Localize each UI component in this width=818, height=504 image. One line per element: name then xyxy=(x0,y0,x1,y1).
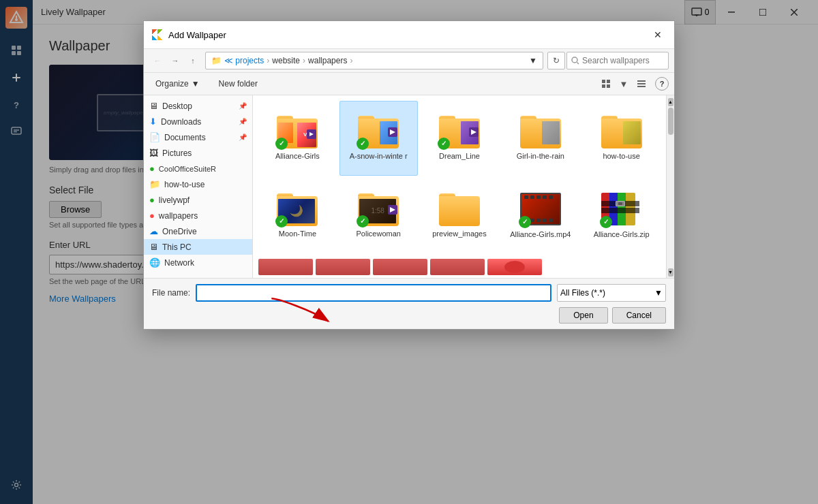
file-item-name: how-to-use xyxy=(603,151,639,161)
organize-chevron-icon: ▼ xyxy=(192,79,200,89)
open-button[interactable]: Open xyxy=(559,307,607,324)
help-button[interactable]: ? xyxy=(655,77,669,91)
svg-rect-26 xyxy=(602,84,605,88)
file-item-alliance-zip[interactable]: ✓ Alliance-Girls.zip xyxy=(582,178,661,253)
how-to-use-icon: 📁 xyxy=(149,179,160,189)
file-item-preview-images[interactable]: preview_images xyxy=(421,178,499,253)
view-chevron-button[interactable]: ▼ xyxy=(616,76,632,92)
check-badge-dream: ✓ xyxy=(438,138,450,150)
file-item-name: Alliance-Girls xyxy=(275,151,320,161)
nav-item-network[interactable]: 🌐 Network xyxy=(144,255,252,270)
view-details-button[interactable] xyxy=(633,76,650,92)
view-icon-button[interactable] xyxy=(598,76,614,92)
onedrive-icon: ☁ xyxy=(149,226,158,236)
dialog-actionbar: Organize ▼ New folder ▼ ? xyxy=(144,73,674,95)
file-item-name: Dream_Line xyxy=(439,151,480,161)
file-item-dream-line[interactable]: ✓ Dream_Line xyxy=(421,101,499,176)
scroll-up-arrow[interactable]: ▲ xyxy=(668,98,673,106)
file-item-alliance-girls[interactable]: VS ✓ Alliance-Girls xyxy=(258,101,337,176)
nav-item-pictures[interactable]: 🖼 Pictures xyxy=(144,145,252,161)
network-icon: 🌐 xyxy=(149,257,160,268)
dialog-footer: File name: All Files (*.*) ▼ Open Cancel xyxy=(144,278,674,329)
file-item-name: Policewoman xyxy=(356,229,400,238)
livelywpf-icon: ● xyxy=(149,195,155,205)
vs-badge-alliance xyxy=(307,129,316,139)
partial-item-3 xyxy=(373,259,427,275)
nav-item-documents[interactable]: 📄 Documents 📌 xyxy=(144,129,252,145)
scrollbar[interactable]: ▲ ▼ xyxy=(666,95,674,278)
partial-item-2 xyxy=(316,259,370,275)
breadcrumb-chevron[interactable]: ▼ xyxy=(529,56,537,65)
forward-button[interactable]: → xyxy=(167,52,183,69)
vs-badge-policewoman xyxy=(388,205,397,217)
breadcrumb-bar[interactable]: 📁 ≪ projects › website › wallpapers › ▼ xyxy=(205,52,543,69)
windows-logo-icon xyxy=(152,29,163,40)
dialog-close-button[interactable]: ✕ xyxy=(650,27,666,43)
file-item-moon-time[interactable]: 🌙 ✓ Moon-Time xyxy=(258,178,337,253)
up-button[interactable]: ↑ xyxy=(185,52,201,69)
nav-item-this-pc[interactable]: 🖥 This PC xyxy=(144,239,252,255)
file-grid: VS ✓ Alliance-Girls xyxy=(253,95,666,259)
search-input[interactable] xyxy=(582,56,664,65)
nav-item-downloads[interactable]: ⬇ Downloads 📌 xyxy=(144,114,252,129)
downloads-icon: ⬇ xyxy=(149,116,157,127)
svg-rect-24 xyxy=(602,80,605,83)
file-item-policewoman[interactable]: 1:58 ✓ Policewoman xyxy=(339,178,418,253)
coolofficeSuite-icon: ● xyxy=(149,163,155,174)
search-box xyxy=(566,52,669,69)
refresh-button[interactable]: ↻ xyxy=(547,52,565,69)
svg-point-22 xyxy=(572,57,577,63)
nav-item-onedrive[interactable]: ☁ OneDrive xyxy=(144,223,252,239)
desktop-icon: 🖥 xyxy=(149,101,158,111)
file-item-name: preview_images xyxy=(432,229,486,238)
file-item-name: Moon-Time xyxy=(279,229,316,238)
vs-badge-dream xyxy=(469,127,479,139)
partial-item-4 xyxy=(430,259,485,275)
file-item-alliance-mp4[interactable]: ▶ ✓ Alliance-Girls.mp4 xyxy=(501,178,579,253)
file-item-snow[interactable]: ✓ A-snow-in-winte r xyxy=(339,101,418,176)
cancel-button[interactable]: Cancel xyxy=(612,307,666,324)
scroll-down-arrow[interactable]: ▼ xyxy=(668,268,673,277)
svg-line-23 xyxy=(577,63,579,65)
svg-marker-31 xyxy=(309,132,314,136)
vs-badge-snow xyxy=(388,127,397,139)
wallpapers-icon: ● xyxy=(149,210,155,221)
search-icon xyxy=(571,57,579,65)
nav-item-how-to-use[interactable]: 📁 how-to-use xyxy=(144,176,252,192)
dialog-toolbar: ← → ↑ 📁 ≪ projects › website › wallpaper… xyxy=(144,49,674,73)
filetype-label: All Files (*.*) xyxy=(560,288,605,298)
svg-rect-27 xyxy=(607,84,610,88)
main-content: Lively Wallpaper 0 Wallpaper empty_wallp… xyxy=(33,0,818,504)
organize-button[interactable]: Organize ▼ xyxy=(149,76,206,91)
file-item-name: A-snow-in-winte r xyxy=(350,151,408,161)
breadcrumb-website: website xyxy=(272,56,300,65)
file-item-girl-rain[interactable]: Girl-in-the-rain xyxy=(501,101,579,176)
dialog-titlebar: Add Wallpaper ✕ xyxy=(144,21,674,49)
check-badge-snow: ✓ xyxy=(357,138,369,150)
new-folder-button[interactable]: New folder xyxy=(211,76,265,91)
documents-icon: 📄 xyxy=(149,132,160,142)
svg-rect-29 xyxy=(637,83,646,84)
nav-item-livelywpf[interactable]: ● livelywpf xyxy=(144,192,252,208)
svg-rect-25 xyxy=(607,80,610,83)
check-badge-policewoman: ✓ xyxy=(357,215,369,227)
dialog-body: 🖥 Desktop 📌 ⬇ Downloads 📌 📄 Documents 📌 xyxy=(144,95,674,278)
filename-label: File name: xyxy=(152,288,190,298)
dialog-title: Add Wallpaper xyxy=(168,30,650,40)
nav-item-desktop[interactable]: 🖥 Desktop 📌 xyxy=(144,98,252,114)
file-item-how-to-use[interactable]: how-to-use xyxy=(582,101,661,176)
breadcrumb: ≪ projects xyxy=(224,56,264,65)
breadcrumb-icon: 📁 xyxy=(211,56,222,65)
filetype-select[interactable]: All Files (*.*) ▼ xyxy=(557,284,666,302)
filename-input[interactable] xyxy=(196,284,551,302)
file-item-name: Alliance-Girls.mp4 xyxy=(510,230,571,239)
nav-item-wallpapers[interactable]: ● wallpapers xyxy=(144,208,252,223)
partial-item-1 xyxy=(258,259,313,275)
back-button[interactable]: ← xyxy=(149,52,166,69)
scrollbar-thumb[interactable] xyxy=(668,108,673,135)
nav-pane: 🖥 Desktop 📌 ⬇ Downloads 📌 📄 Documents 📌 xyxy=(144,95,253,278)
check-badge-zip: ✓ xyxy=(600,216,612,228)
add-wallpaper-dialog: Add Wallpaper ✕ ← → ↑ 📁 ≪ projects › web… xyxy=(143,20,675,330)
nav-item-coolofficeSuite[interactable]: ● CoolOfficeSuiteR xyxy=(144,161,252,176)
file-item-name: Girl-in-the-rain xyxy=(517,151,564,161)
